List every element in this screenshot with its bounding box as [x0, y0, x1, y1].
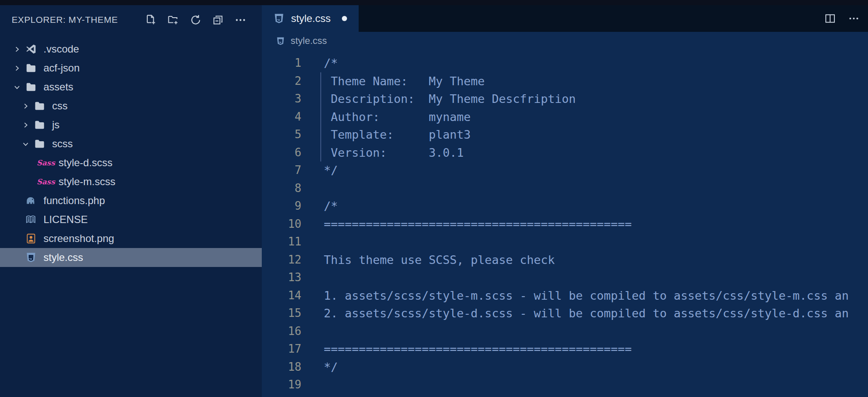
line-number: 10: [262, 215, 313, 233]
css-icon: [25, 252, 37, 264]
line-number: 15: [262, 304, 313, 323]
line-content: ========================================…: [313, 215, 632, 233]
line-content: This theme use SCSS, please check: [313, 251, 555, 269]
chevron-right-icon: [13, 64, 21, 72]
chevron-down-icon: [13, 83, 21, 91]
line-content: 2. assets/scss/style-d.scss - will be co…: [313, 304, 849, 323]
line-content: /*: [313, 197, 338, 215]
tree-item-assets[interactable]: assets: [0, 78, 262, 96]
tree-item-label: screenshot.png: [43, 233, 114, 245]
tree-item-label: functions.php: [43, 195, 105, 207]
line-number: 9: [262, 197, 313, 215]
tree-item-style-d-scss[interactable]: Sassstyle-d.scss: [0, 153, 262, 172]
code-line: 152. assets/scss/style-d.scss - will be …: [262, 304, 868, 323]
code-line: 12This theme use SCSS, please check: [262, 251, 868, 269]
breadcrumb-item[interactable]: style.css: [291, 35, 327, 47]
code-line: 3 Description: My Theme Descfription: [262, 90, 868, 108]
line-content: */: [313, 161, 338, 180]
explorer-actions: [144, 13, 247, 27]
explorer-title: EXPLORER: MY-THEME: [12, 15, 118, 25]
line-number: 14: [262, 287, 313, 305]
tree-item-screenshot-png[interactable]: screenshot.png: [0, 229, 262, 248]
line-content: [313, 233, 324, 251]
folder-icon: [34, 119, 45, 131]
new-file-icon[interactable]: [144, 13, 158, 27]
line-content: Template: plant3: [313, 126, 471, 144]
code-line: 141. assets/scss/style-m.scss - will be …: [262, 287, 868, 305]
line-content: /*: [313, 54, 338, 72]
editor-actions: [823, 5, 860, 32]
line-number: 3: [262, 90, 313, 108]
book-icon: [25, 214, 37, 226]
line-content: ========================================…: [313, 340, 632, 358]
line-content: [313, 323, 324, 341]
vscode-icon: [25, 43, 37, 55]
tree-item-label: style.css: [43, 251, 83, 264]
more-icon[interactable]: [847, 12, 860, 25]
tab-style-css[interactable]: style.css: [262, 5, 359, 32]
line-content: 1. assets/scss/style-m.scss - will be co…: [313, 287, 849, 305]
line-content: */: [313, 358, 338, 376]
tab-bar: style.css: [262, 5, 868, 32]
code-editor[interactable]: 1/*2 Theme Name: My Theme3 Description: …: [262, 50, 868, 397]
modified-dot-icon[interactable]: [342, 16, 347, 21]
code-line: 1/*: [262, 54, 868, 72]
tree-item-style-css[interactable]: style.css: [0, 248, 262, 267]
chevron-right-icon: [13, 45, 21, 53]
folder-icon: [25, 81, 37, 93]
line-number: 4: [262, 108, 313, 126]
tree-item-scss[interactable]: scss: [0, 134, 262, 153]
sass-icon: Sass: [40, 157, 52, 169]
tree-item-acf-json[interactable]: acf-json: [0, 59, 262, 78]
php-icon: [25, 195, 37, 207]
tree-item-css[interactable]: css: [0, 96, 262, 115]
workbench: EXPLORER: MY-THEME .vscodeacf-js: [0, 5, 868, 397]
image-icon: [25, 233, 37, 245]
code-line: 2 Theme Name: My Theme: [262, 72, 868, 90]
sass-icon: Sass: [40, 176, 52, 188]
chevron-right-icon: [22, 102, 30, 110]
line-content: Description: My Theme Descfription: [313, 90, 576, 108]
line-content: [313, 269, 324, 287]
line-content: Author: myname: [313, 108, 471, 126]
collapse-all-icon[interactable]: [211, 13, 225, 27]
code-line: 8: [262, 180, 868, 198]
explorer-header: EXPLORER: MY-THEME: [0, 5, 262, 34]
line-content: [313, 376, 324, 394]
tree-item-style-m-scss[interactable]: Sassstyle-m.scss: [0, 172, 262, 191]
code-line: 10======================================…: [262, 215, 868, 233]
line-number: 13: [262, 269, 313, 287]
new-folder-icon[interactable]: [167, 13, 180, 27]
code-line: 9/*: [262, 197, 868, 215]
breadcrumb: style.css: [262, 32, 868, 50]
folder-icon: [34, 138, 45, 150]
tree-item-functions-php[interactable]: functions.php: [0, 191, 262, 210]
tree-item-license[interactable]: LICENSE: [0, 210, 262, 229]
tree-item-label: LICENSE: [43, 214, 88, 226]
tree-item-label: css: [52, 100, 68, 112]
code-line: 18*/: [262, 358, 868, 376]
line-number: 1: [262, 54, 313, 72]
code-line: 19: [262, 376, 868, 394]
folder-icon: [25, 62, 37, 74]
line-content: Version: 3.0.1: [313, 144, 464, 162]
line-number: 12: [262, 251, 313, 269]
tree-item-label: .vscode: [43, 43, 79, 55]
line-number: 5: [262, 126, 313, 144]
tree-item-label: assets: [43, 81, 73, 93]
tree-item--vscode[interactable]: .vscode: [0, 40, 262, 59]
explorer-sidebar: EXPLORER: MY-THEME .vscodeacf-js: [0, 5, 262, 397]
line-number: 7: [262, 161, 313, 180]
code-line: 11: [262, 233, 868, 251]
line-number: 19: [262, 376, 313, 394]
split-editor-icon[interactable]: [823, 12, 837, 25]
refresh-icon[interactable]: [189, 13, 202, 27]
code-line: 5 Template: plant3: [262, 126, 868, 144]
line-number: 16: [262, 323, 313, 341]
file-tree: .vscodeacf-jsonassetscssjsscssSassstyle-…: [0, 34, 262, 397]
tree-item-js[interactable]: js: [0, 115, 262, 134]
line-number: 11: [262, 233, 313, 251]
more-icon[interactable]: [234, 13, 247, 27]
chevron-right-icon: [22, 121, 30, 129]
line-content: [313, 180, 324, 198]
